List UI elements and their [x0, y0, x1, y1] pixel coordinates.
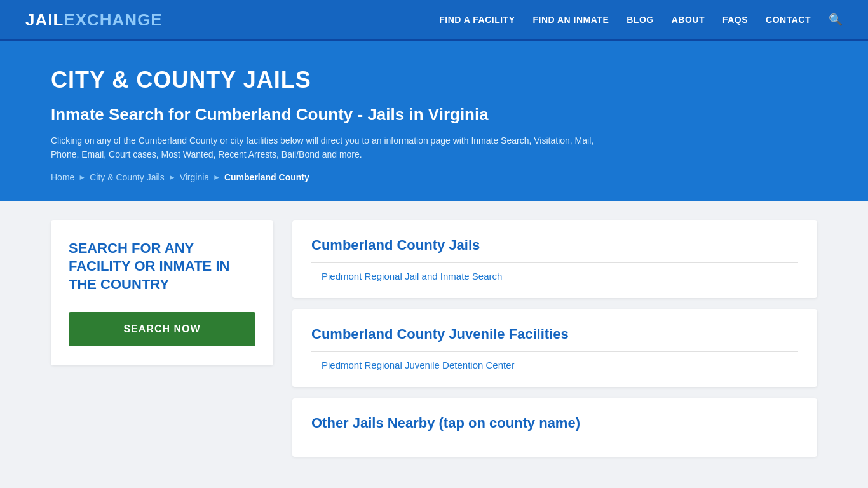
card-nearby-jails: Other Jails Nearby (tap on county name)	[292, 398, 817, 457]
main-nav: FIND A FACILITY FIND AN INMATE BLOG ABOU…	[439, 13, 843, 27]
card-title-nearby[interactable]: Other Jails Nearby (tap on county name)	[311, 415, 798, 431]
logo-jail: JAIL	[25, 10, 64, 29]
breadcrumb-home[interactable]: Home	[51, 172, 74, 182]
search-icon[interactable]: 🔍	[829, 13, 843, 27]
search-now-button[interactable]: SEARCH NOW	[69, 312, 255, 346]
nav-faqs[interactable]: FAQs	[722, 15, 748, 25]
card-county-jails: Cumberland County Jails Piedmont Regiona…	[292, 220, 817, 298]
search-panel: SEARCH FOR ANY FACILITY OR INMATE IN THE…	[51, 220, 273, 365]
nav-about[interactable]: ABOUT	[672, 15, 705, 25]
nav-find-facility[interactable]: FIND A FACILITY	[439, 15, 515, 25]
page-title: CITY & COUNTY JAILS	[51, 67, 817, 93]
nav-blog[interactable]: BLOG	[627, 15, 653, 25]
breadcrumb-sep-2: ►	[168, 173, 176, 182]
logo-exchange: EXCHANGE	[64, 10, 162, 29]
breadcrumb-state[interactable]: Virginia	[180, 172, 209, 182]
breadcrumb-city-county[interactable]: City & County Jails	[90, 172, 164, 182]
hero-description: Clicking on any of the Cumberland County…	[51, 133, 623, 162]
link-piedmont-juvenile[interactable]: Piedmont Regional Juvenile Detention Cen…	[311, 360, 798, 370]
card-title-county-jails[interactable]: Cumberland County Jails	[311, 237, 798, 254]
hero-banner: CITY & COUNTY JAILS Inmate Search for Cu…	[0, 41, 868, 201]
header: JAILEXCHANGE FIND A FACILITY FIND AN INM…	[0, 0, 868, 41]
nav-find-inmate[interactable]: FIND AN INMATE	[532, 15, 609, 25]
card-divider-2	[311, 351, 798, 352]
card-title-juvenile[interactable]: Cumberland County Juvenile Facilities	[311, 326, 798, 342]
breadcrumb-current: Cumberland County	[224, 172, 309, 182]
breadcrumb-sep-1: ►	[78, 173, 86, 182]
results-panel: Cumberland County Jails Piedmont Regiona…	[292, 220, 817, 457]
search-prompt-text: SEARCH FOR ANY FACILITY OR INMATE IN THE…	[69, 240, 255, 294]
card-divider-1	[311, 262, 798, 263]
card-juvenile-facilities: Cumberland County Juvenile Facilities Pi…	[292, 309, 817, 387]
nav-contact[interactable]: CONTACT	[766, 15, 811, 25]
main-content: SEARCH FOR ANY FACILITY OR INMATE IN THE…	[0, 201, 868, 482]
breadcrumb-sep-3: ►	[213, 173, 220, 182]
breadcrumb: Home ► City & County Jails ► Virginia ► …	[51, 172, 817, 182]
logo[interactable]: JAILEXCHANGE	[25, 10, 163, 30]
link-piedmont-jail[interactable]: Piedmont Regional Jail and Inmate Search	[311, 271, 798, 281]
page-subtitle: Inmate Search for Cumberland County - Ja…	[51, 105, 817, 125]
